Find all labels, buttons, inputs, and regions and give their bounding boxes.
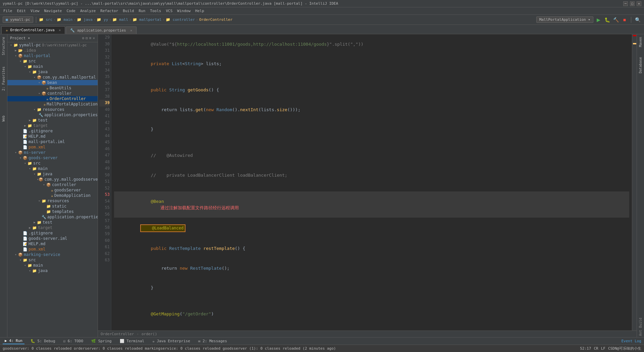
tree-item-gs-pom[interactable]: 📄 pom.xml — [7, 247, 98, 252]
git-branch[interactable]: CSDN@可乐味的小生 — [608, 346, 641, 351]
breadcrumb-ordercontroller[interactable]: OrderController — [199, 17, 232, 22]
tree-item-appprops[interactable]: 🔧 application.properties — [7, 112, 98, 118]
tree-item-ms-src[interactable]: ▾ 📁 src — [7, 257, 98, 263]
structure-panel-tab[interactable]: Structure — [1, 36, 6, 56]
menu-window[interactable]: Window — [175, 8, 193, 14]
tab-todo[interactable]: ☑ 6: TODO — [61, 338, 86, 344]
tree-item-mall-portal[interactable]: ▾ 📦 mall-portal — [7, 53, 98, 58]
tab-applicationproperties[interactable]: 🔧 application.properties ✕ — [66, 27, 137, 34]
tree-item-yymall-pc[interactable]: ▾ 📁 yymall-pc D:\work\test\yymall-pc — [7, 42, 98, 48]
menu-vcs[interactable]: VCS — [164, 8, 174, 14]
menu-refactor[interactable]: Refactor — [98, 8, 120, 14]
menu-run[interactable]: Run — [137, 8, 147, 14]
debug-button[interactable]: 🐛 — [603, 16, 611, 24]
tree-item-gs-test[interactable]: ▶ 📁 test — [7, 220, 98, 225]
tree-item-main[interactable]: ▾ 📁 main — [7, 64, 98, 69]
tree-item-gs-serverIml[interactable]: 📄 goods-server.iml — [7, 236, 98, 241]
database-panel-tab[interactable]: Database — [638, 56, 643, 75]
sidebar-icon-close[interactable]: ✕ — [93, 36, 95, 40]
tree-item-ms-main[interactable]: ▾ 📁 main — [7, 263, 98, 268]
tree-item-ms-server[interactable]: ▾ 📦 ms-server — [7, 150, 98, 155]
tree-item-static[interactable]: 📁 static — [7, 204, 98, 209]
tab-spring[interactable]: 🌿 Spring — [89, 338, 113, 344]
code-editor[interactable]: @Value("${http://localhost:11001/goods,h… — [111, 34, 632, 331]
maven-panel-tab[interactable]: Maven — [638, 36, 643, 48]
sidebar-icon-gear[interactable]: ≡ — [89, 36, 92, 40]
toolbar-project[interactable]: ■ yymall-pc — [3, 16, 33, 23]
stop-button[interactable]: ■ — [621, 16, 628, 24]
tree-item-gs-gitignore[interactable]: 📄 .gitignore — [7, 230, 98, 236]
menu-help[interactable]: Help — [193, 8, 206, 14]
tab-messages[interactable]: ✉ 2: Messages — [196, 338, 229, 344]
tree-item-gs-target[interactable]: ▶ 📁 target — [7, 225, 98, 230]
run-button[interactable]: ▶ — [595, 16, 602, 24]
tree-item-test[interactable]: ▶ 📁 test — [7, 118, 98, 123]
tree-item-gs-src[interactable]: ▾ 📁 src — [7, 161, 98, 166]
window-controls[interactable]: ─ □ ✕ — [623, 1, 641, 6]
minimize-button[interactable]: ─ — [623, 1, 628, 6]
sidebar-icon-settings[interactable]: ⚙ — [82, 36, 85, 40]
tree-item-mallportal-iml[interactable]: 📄 mall-portal.iml — [7, 139, 98, 144]
tab-run[interactable]: ▶ 4: Run — [3, 338, 24, 344]
tree-item-target-portal[interactable]: ▶ 📁 target — [7, 123, 98, 128]
tree-item-gitignore-portal[interactable]: 📄 .gitignore — [7, 128, 98, 134]
ant-build-tab[interactable]: Ant Build — [639, 316, 642, 336]
menu-view[interactable]: View — [29, 8, 42, 14]
tree-item-bean[interactable]: ▾ 📦 bean — [7, 80, 98, 85]
tree-item-gs-main[interactable]: ▾ 📁 main — [7, 166, 98, 171]
tree-item-gs-java[interactable]: ▾ 📁 java — [7, 171, 98, 177]
maximize-button[interactable]: □ — [630, 1, 635, 6]
tab-debug[interactable]: 🐛 5: Debug — [29, 338, 57, 344]
tree-item-demoapplication[interactable]: ☕ DemoApplication — [7, 193, 98, 198]
tree-item-java[interactable]: ▾ 📁 java — [7, 69, 98, 75]
tree-item-help-portal[interactable]: 📝 HELP.md — [7, 134, 98, 139]
tree-item-ordercontroller[interactable]: ☕ OrderController — [7, 96, 98, 101]
tree-item-idea[interactable]: ▶ 📂 .idea — [7, 48, 98, 53]
breadcrumb-mallportal[interactable]: 📁 mallportal — [132, 17, 162, 22]
breadcrumb-yy[interactable]: 📁 yy — [97, 17, 108, 22]
tree-item-goodsserver[interactable]: ☕ goodsServer — [7, 187, 98, 193]
menu-code[interactable]: Code — [64, 8, 77, 14]
menu-file[interactable]: File — [1, 8, 14, 14]
breadcrumb-mall[interactable]: 📁 mall — [112, 17, 128, 22]
tree-item-beanutils[interactable]: ☕ BeanUtils — [7, 85, 98, 91]
sidebar-icon-collapse[interactable]: ⊟ — [86, 36, 88, 40]
tree-item-templates[interactable]: 📁 templates — [7, 209, 98, 214]
tree-item-package-mallportal[interactable]: ▾ 📦 com.yy.mall.mallportal — [7, 75, 98, 80]
tree-item-marking-service[interactable]: ▾ 📦 marking-service — [7, 252, 98, 257]
tree-item-controller[interactable]: ▾ 📦 controller — [7, 91, 98, 96]
menu-analyze[interactable]: Analyze — [78, 8, 98, 14]
tree-item-pom-portal[interactable]: 📄 pom.xml — [7, 144, 98, 150]
menu-navigate[interactable]: Navigate — [42, 8, 64, 14]
line-ending[interactable]: LF — [601, 346, 605, 351]
search-everywhere-button[interactable]: 🔍 — [634, 16, 641, 24]
tree-item-gs-appprops[interactable]: 🔧 application.properties — [7, 214, 98, 220]
tab-terminal[interactable]: ⬜ Terminal — [118, 338, 147, 344]
tab-ordercontroller[interactable]: ☕ OrderController.java ✕ — [1, 26, 65, 34]
build-button[interactable]: 🔨 — [612, 16, 620, 24]
tree-item-goods-server[interactable]: ▾ 📦 goods-server — [7, 155, 98, 161]
tree-item-ms-java[interactable]: ▾ 📁 java — [7, 268, 98, 273]
breadcrumb-main[interactable]: 📁 main — [57, 17, 72, 22]
tree-item-resources[interactable]: ▾ 📁 resources — [7, 107, 98, 112]
tree-item-gs-controller[interactable]: ▾ 📦 controller — [7, 182, 98, 187]
close-button[interactable]: ✕ — [637, 1, 641, 6]
tab-java-enterprise[interactable]: ☕ Java Enterprise — [150, 338, 192, 344]
tree-item-gs-resources[interactable]: ▾ 📁 resources — [7, 198, 98, 204]
breadcrumb-controller[interactable]: 📁 controller — [166, 17, 195, 22]
web-panel-tab[interactable]: Web — [1, 114, 6, 123]
breadcrumb-java[interactable]: 📁 java — [77, 17, 93, 22]
tree-item-mallportalapp[interactable]: ☕ MallPortalApplication — [7, 101, 98, 107]
tree-item-gs-help[interactable]: 📝 HELP.md — [7, 241, 98, 247]
cursor-position[interactable]: 52:17 — [580, 346, 591, 351]
run-config-selector[interactable]: MallPortalApplication ▾ — [536, 16, 593, 23]
line-encoding[interactable]: CR — [594, 346, 598, 351]
tree-item-src[interactable]: ▾ 📁 src — [7, 58, 98, 64]
tree-item-gs-pkg[interactable]: ▾ 📦 com.yy.mall.goodsserver — [7, 177, 98, 182]
favorites-panel-tab[interactable]: 2: Favorites — [1, 65, 6, 92]
menu-edit[interactable]: Edit — [15, 8, 28, 14]
event-log-link[interactable]: Event Log — [621, 339, 641, 343]
breadcrumb-src[interactable]: 📁 src — [39, 17, 53, 22]
menu-tools[interactable]: Tools — [148, 8, 163, 14]
menu-build[interactable]: Build — [121, 8, 136, 14]
